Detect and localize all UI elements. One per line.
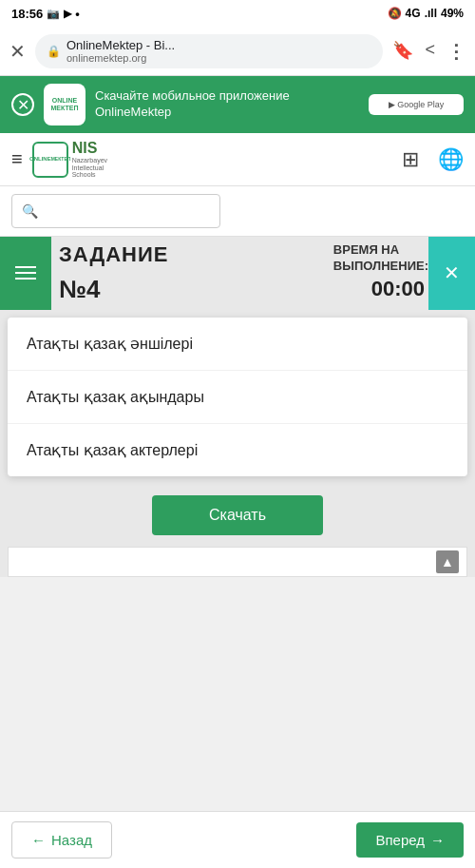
back-arrow-icon: ←	[31, 832, 46, 848]
bottom-navigation: ← Назад Вперед →	[0, 811, 475, 868]
signal-type: 4G	[406, 7, 421, 20]
scroll-up-button[interactable]: ▲	[436, 550, 459, 573]
status-indicators: 🔕 4G .ıll 49%	[388, 7, 464, 20]
status-time: 18:56 📷 ▶ •	[11, 7, 80, 21]
dropdown-options-container: Атақты қазақ әншілері Атақты қазақ ақынд…	[8, 318, 467, 476]
search-icon: 🔍	[22, 203, 38, 219]
task-close-button[interactable]: ✕	[428, 237, 475, 310]
online-mektep-logo: ONLINE МЕКТЕП	[32, 142, 68, 178]
nav-logo-area: ONLINE МЕКТЕП NIS Nazarbayev Intellectua…	[32, 140, 107, 179]
task-timer: 00:00	[371, 277, 425, 301]
search-area: 🔍	[0, 186, 475, 237]
task-time-header: ВРЕМЯ НА	[333, 242, 399, 259]
task-number: №4	[59, 275, 100, 304]
back-button[interactable]: ← Назад	[11, 821, 112, 858]
banner-logo: ONLINE МЕКТЕП	[44, 84, 86, 125]
task-title-area: ЗАДАНИЕ ВРЕМЯ НА ВЫПОЛНЕНИЕ: №4 00:00	[59, 237, 428, 310]
forward-arrow-icon: →	[430, 832, 445, 848]
download-area: Скачать	[0, 484, 475, 547]
browser-bar: ✕ 🔒 OnlineMektep - Bi... onlinemektep.or…	[0, 27, 475, 76]
recording-icon: 📷	[47, 8, 60, 20]
site-navbar: ≡ ONLINE МЕКТЕП NIS Nazarbayev Intellect…	[0, 133, 475, 186]
nis-logo: NIS Nazarbayev Intellectual Schools	[72, 140, 107, 179]
battery-display: 49%	[441, 7, 464, 20]
hamburger-icon	[15, 266, 36, 280]
time-display: 18:56	[11, 7, 43, 21]
banner-description: Скачайте мобильное приложение OnlineMekt…	[95, 88, 359, 121]
download-button[interactable]: Скачать	[152, 495, 323, 535]
task-execution-label: ВЫПОЛНЕНИЕ:	[333, 259, 428, 275]
task-zadanie-label: ЗАДАНИЕ	[59, 242, 168, 267]
cast-icon: ▶	[64, 8, 71, 20]
task-menu-button[interactable]	[0, 237, 51, 310]
bookmark-icon[interactable]: 🔖	[392, 40, 413, 63]
dropdown-option-2[interactable]: Атақты қазақ ақындары	[8, 371, 467, 424]
nav-menu-icon[interactable]: ≡	[11, 148, 23, 170]
share-icon[interactable]: <	[425, 40, 435, 63]
scroll-bar-area: ▲	[8, 547, 467, 577]
mute-icon: 🔕	[388, 7, 402, 20]
status-bar: 18:56 📷 ▶ • 🔕 4G .ıll 49%	[0, 0, 475, 27]
browser-close-btn[interactable]: ✕	[10, 40, 26, 63]
browser-url-area[interactable]: 🔒 OnlineMektep - Bi... onlinemektep.org	[35, 34, 383, 68]
globe-icon[interactable]: 🌐	[438, 147, 464, 172]
forward-label: Вперед	[375, 832, 425, 848]
browser-actions: 🔖 < ⋮	[392, 40, 466, 63]
banner-close-button[interactable]: ✕	[11, 93, 34, 116]
url-title: OnlineMektep - Bi...	[66, 38, 175, 52]
app-download-banner: ✕ ONLINE МЕКТЕП Скачайте мобильное прило…	[0, 76, 475, 133]
url-domain: onlinemektep.org	[66, 52, 175, 64]
more-menu-icon[interactable]: ⋮	[446, 40, 466, 63]
forward-button[interactable]: Вперед →	[356, 822, 464, 858]
dot-icon: •	[75, 7, 80, 21]
url-stack: OnlineMektep - Bi... onlinemektep.org	[66, 38, 175, 64]
dropdown-option-1[interactable]: Атақты қазақ әншілері	[8, 318, 467, 371]
grid-view-icon[interactable]: ⊞	[402, 147, 419, 172]
google-play-button[interactable]: ▶ Google Play	[369, 94, 464, 115]
task-section: ЗАДАНИЕ ВРЕМЯ НА ВЫПОЛНЕНИЕ: №4 00:00 ✕ …	[0, 237, 475, 577]
lock-icon: 🔒	[47, 45, 61, 58]
signal-bars: .ıll	[425, 7, 437, 20]
search-bar[interactable]: 🔍	[11, 194, 220, 228]
dropdown-option-3[interactable]: Атақты қазақ актерлері	[8, 424, 467, 476]
back-label: Назад	[51, 832, 92, 848]
google-play-icon-area: ▶ Google Play	[389, 100, 445, 109]
